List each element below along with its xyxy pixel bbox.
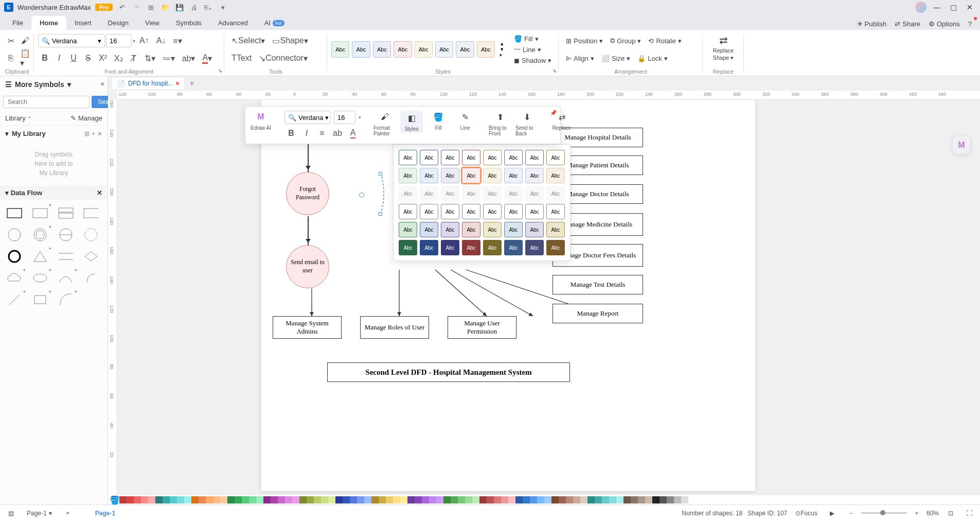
color-swatch[interactable] — [523, 496, 530, 503]
float-size-select[interactable] — [334, 111, 355, 124]
shadow-dropdown[interactable]: ◼ Shadow▾ — [511, 56, 555, 65]
node-title-box[interactable]: Second Level DFD - Hospital Management S… — [327, 362, 570, 382]
color-swatch[interactable] — [638, 496, 645, 503]
user-avatar[interactable] — [915, 2, 926, 13]
options-button[interactable]: ⚙ Options — [924, 18, 964, 30]
fit-page-button[interactable]: ⊡ — [944, 507, 957, 520]
lock-dropdown[interactable]: 🔒 Lock▾ — [634, 54, 670, 63]
color-swatch[interactable] — [479, 496, 487, 503]
shape-rect-2[interactable] — [30, 204, 50, 222]
shape-dash-circle[interactable] — [81, 225, 101, 244]
shape-two-rect[interactable] — [56, 204, 76, 222]
color-swatch[interactable] — [501, 496, 508, 503]
style-swatch-r5-c1[interactable]: Abc — [420, 222, 438, 237]
color-swatch[interactable] — [623, 496, 631, 503]
color-swatch[interactable] — [537, 496, 544, 503]
collapse-panel-button[interactable]: « — [100, 79, 104, 88]
my-library-header[interactable]: ▾ My Library ⊞ + ✕ — [0, 126, 108, 142]
color-swatch[interactable] — [119, 496, 127, 503]
font-size-select[interactable] — [106, 34, 132, 47]
style-preset-8[interactable]: Abc — [477, 41, 495, 58]
bold-button[interactable]: B — [38, 51, 51, 65]
color-swatch[interactable] — [263, 496, 271, 503]
shape-circle[interactable] — [4, 225, 25, 244]
color-swatch[interactable] — [299, 496, 307, 503]
style-swatch-r3-c2[interactable]: Abc — [441, 186, 459, 201]
color-swatch[interactable] — [660, 496, 667, 503]
zoom-slider[interactable] — [861, 512, 907, 514]
clear-format-button[interactable]: T̸ — [127, 51, 140, 65]
text-tool[interactable]: T Text — [228, 51, 255, 65]
share-button[interactable]: ⇄ Share — [890, 18, 924, 30]
publish-button[interactable]: ✈ Publish — [853, 18, 891, 30]
float-styles[interactable]: ◧Styles — [400, 111, 423, 133]
style-swatch-r5-c4[interactable]: Abc — [483, 222, 502, 237]
style-swatch-r5-c3[interactable]: Abc — [462, 222, 480, 237]
presentation-button[interactable]: ▶ — [826, 507, 839, 520]
color-swatch[interactable] — [141, 496, 148, 503]
color-swatch[interactable] — [472, 496, 479, 503]
export-button[interactable]: ⎘▾ — [203, 2, 213, 12]
new-button[interactable]: ⊞ — [146, 2, 156, 12]
line-spacing-button[interactable]: ⇅▾ — [141, 51, 158, 65]
line-dropdown[interactable]: 〰 Line▾ — [511, 45, 555, 55]
color-swatch[interactable] — [227, 496, 235, 503]
canvas-viewport[interactable]: Forgot Password Send email to user Manag… — [117, 100, 980, 494]
style-swatch-r3-c7[interactable]: Abc — [546, 186, 565, 201]
font-select[interactable]: 🔍 Verdana ▾ — [38, 34, 105, 47]
style-swatch-r3-c6[interactable]: Abc — [525, 186, 544, 201]
style-swatch-r6-c4[interactable]: Abc — [483, 240, 502, 255]
add-page-button[interactable]: + — [61, 507, 75, 520]
color-swatch[interactable] — [321, 496, 328, 503]
styles-launcher[interactable]: ⬊ — [553, 68, 557, 74]
color-swatch[interactable] — [551, 496, 559, 503]
edraw-ai-button[interactable]: MEdraw AI — [250, 111, 272, 131]
color-swatch[interactable] — [587, 496, 595, 503]
color-swatch[interactable] — [235, 496, 242, 503]
italic-button[interactable]: I — [52, 51, 66, 65]
open-button[interactable]: 📁 — [160, 2, 170, 12]
style-preset-5[interactable]: Abc — [415, 41, 433, 58]
shape-open-rect[interactable] — [81, 204, 101, 222]
list-button[interactable]: ≔▾ — [159, 51, 178, 65]
shape-triangle[interactable] — [30, 247, 50, 266]
color-swatch[interactable] — [155, 496, 163, 503]
fill-dropdown[interactable]: 🪣 Fill▾ — [511, 34, 555, 44]
increase-font-button[interactable]: A↑ — [136, 34, 152, 47]
float-send-back[interactable]: ⬇Send to Back — [515, 111, 538, 136]
color-swatch[interactable] — [674, 496, 681, 503]
color-swatch[interactable] — [127, 496, 134, 503]
maximize-button[interactable]: ▢ — [947, 1, 959, 13]
symbol-search-input[interactable] — [3, 96, 90, 108]
color-swatch[interactable] — [422, 496, 429, 503]
style-swatch-r4-c6[interactable]: Abc — [525, 204, 544, 219]
color-swatch[interactable] — [170, 496, 177, 503]
ai-fab-button[interactable]: M — [952, 136, 971, 154]
dataflow-header[interactable]: ▾ Data Flow ✕ — [0, 186, 108, 200]
fullscreen-button[interactable]: ⛶ — [963, 507, 976, 520]
mylib-close-icon[interactable]: ✕ — [97, 130, 102, 137]
node-test-details[interactable]: Manage Test Details — [553, 275, 643, 294]
color-swatch[interactable] — [285, 496, 292, 503]
style-swatch-r2-c3[interactable]: Abc — [462, 168, 480, 183]
color-swatch[interactable] — [314, 496, 321, 503]
color-swatch[interactable] — [220, 496, 227, 503]
color-swatch[interactable] — [163, 496, 170, 503]
style-swatch-r3-c3[interactable]: Abc — [462, 186, 480, 201]
decrease-font-button[interactable]: A↓ — [153, 34, 169, 47]
color-swatch[interactable] — [357, 496, 364, 503]
mylib-add-icon[interactable]: + — [92, 130, 95, 137]
color-swatch[interactable] — [393, 496, 400, 503]
style-swatch-r2-c5[interactable]: Abc — [504, 168, 523, 183]
style-preset-6[interactable]: Abc — [435, 41, 453, 58]
page-dropdown[interactable]: Page-1 ▾ — [23, 508, 56, 519]
style-swatch-r2-c6[interactable]: Abc — [525, 168, 544, 183]
underline-button[interactable]: U — [67, 51, 80, 65]
style-preset-7[interactable]: Abc — [456, 41, 474, 58]
style-swatch-r6-c5[interactable]: Abc — [504, 240, 523, 255]
tab-insert[interactable]: Insert — [66, 16, 100, 30]
color-swatch[interactable] — [451, 496, 458, 503]
color-swatch[interactable] — [206, 496, 213, 503]
color-swatch[interactable] — [458, 496, 465, 503]
style-swatch-r5-c7[interactable]: Abc — [546, 222, 565, 237]
